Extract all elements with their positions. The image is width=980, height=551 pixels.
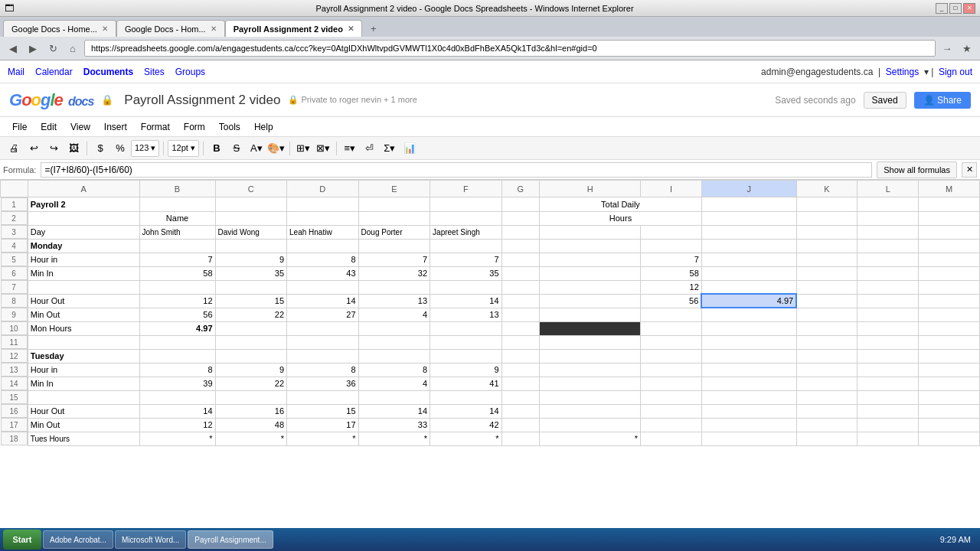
cell-k9[interactable] <box>796 308 858 321</box>
cell-e2[interactable] <box>358 211 430 225</box>
cell-i3[interactable] <box>641 225 702 239</box>
cell-c5[interactable]: 9 <box>215 253 287 266</box>
cell-e15[interactable] <box>358 390 430 404</box>
saved-button[interactable]: Saved <box>864 92 906 109</box>
redo-btn[interactable]: ↪ <box>44 139 63 158</box>
cell-d7[interactable] <box>287 280 359 294</box>
cell-k17[interactable] <box>796 418 858 432</box>
cell-b6[interactable]: 58 <box>139 266 215 280</box>
cell-b7[interactable] <box>139 280 215 294</box>
cell-d2[interactable] <box>287 211 359 225</box>
cell-m17[interactable] <box>919 418 980 432</box>
cell-k1[interactable] <box>796 197 858 212</box>
cell-c7[interactable] <box>215 280 287 294</box>
cell-e17[interactable]: 33 <box>358 418 430 432</box>
cell-l16[interactable] <box>858 404 919 418</box>
cell-e5[interactable]: 7 <box>358 253 430 266</box>
cell-f12[interactable] <box>430 349 502 363</box>
cell-j4[interactable] <box>701 239 796 253</box>
menu-tools[interactable]: Tools <box>213 120 247 134</box>
cell-k3[interactable] <box>796 225 858 239</box>
cell-f16[interactable]: 14 <box>430 404 502 418</box>
cell-l5[interactable] <box>858 253 919 266</box>
wrap-btn[interactable]: ⏎ <box>361 139 379 158</box>
cell-m8[interactable] <box>919 294 980 308</box>
cell-h4[interactable] <box>540 239 641 253</box>
cell-a4[interactable]: Monday <box>28 239 139 253</box>
cell-f15[interactable] <box>430 390 502 404</box>
cell-b8[interactable]: 12 <box>139 294 215 308</box>
cell-m4[interactable] <box>919 239 980 253</box>
cell-a6[interactable]: Min In <box>28 266 139 280</box>
menu-edit[interactable]: Edit <box>34 120 63 134</box>
refresh-btn[interactable]: ↻ <box>44 40 61 57</box>
cell-i12[interactable] <box>641 349 702 363</box>
cell-a11[interactable] <box>28 335 139 349</box>
doc-title[interactable]: Payroll Assignment 2 video <box>124 93 280 108</box>
cell-j7[interactable] <box>701 280 796 294</box>
cell-g9[interactable] <box>501 308 540 321</box>
cell-a2[interactable] <box>28 211 139 225</box>
cell-i5[interactable]: 7 <box>641 253 702 266</box>
cell-g18[interactable] <box>501 432 540 445</box>
cell-e18[interactable]: * <box>358 432 430 445</box>
cell-a18[interactable]: Tues Hours <box>28 432 139 445</box>
col-header-c[interactable]: C <box>215 181 287 197</box>
minimize-btn[interactable]: _ <box>936 3 948 14</box>
cell-j1[interactable] <box>701 197 796 212</box>
chart-btn[interactable]: 📊 <box>400 139 419 158</box>
cell-c13[interactable]: 9 <box>215 363 287 377</box>
cell-l6[interactable] <box>858 266 919 280</box>
tab-1-close[interactable]: ✕ <box>211 24 217 33</box>
cell-g12[interactable] <box>501 349 540 363</box>
cell-d17[interactable]: 17 <box>287 418 359 432</box>
nav-calendar[interactable]: Calendar <box>35 67 73 77</box>
cell-a16[interactable]: Hour Out <box>28 404 139 418</box>
cell-c14[interactable]: 22 <box>215 377 287 390</box>
cell-a9[interactable]: Min Out <box>28 308 139 321</box>
cell-c8[interactable]: 15 <box>215 294 287 308</box>
cell-i15[interactable] <box>641 390 702 404</box>
cell-f18[interactable]: * <box>430 432 502 445</box>
cell-a17[interactable]: Min Out <box>28 418 139 432</box>
address-bar[interactable]: https://spreadsheets.google.com/a/engage… <box>84 40 936 57</box>
cell-f6[interactable]: 35 <box>430 266 502 280</box>
col-header-j[interactable]: J <box>701 181 796 197</box>
menu-view[interactable]: View <box>64 120 96 134</box>
cell-m11[interactable] <box>919 335 980 349</box>
cell-g4[interactable] <box>501 239 540 253</box>
cell-d4[interactable] <box>287 239 359 253</box>
cell-h3[interactable] <box>540 225 641 239</box>
col-header-f[interactable]: F <box>430 181 502 197</box>
go-btn[interactable]: → <box>939 40 956 57</box>
cell-f4[interactable] <box>430 239 502 253</box>
cell-g13[interactable] <box>501 363 540 377</box>
cell-d16[interactable]: 15 <box>287 404 359 418</box>
cell-l12[interactable] <box>858 349 919 363</box>
cell-f5[interactable]: 7 <box>430 253 502 266</box>
cell-k14[interactable] <box>796 377 858 390</box>
cell-e7[interactable] <box>358 280 430 294</box>
cell-c16[interactable]: 16 <box>215 404 287 418</box>
cell-l18[interactable] <box>858 432 919 445</box>
cell-j14[interactable] <box>701 377 796 390</box>
taskbar-item-1[interactable]: Microsoft Word... <box>115 530 186 549</box>
cell-j6[interactable] <box>701 266 796 280</box>
cell-b15[interactable] <box>139 390 215 404</box>
cell-h14[interactable] <box>540 377 641 390</box>
cell-c4[interactable] <box>215 239 287 253</box>
cell-h8[interactable] <box>540 294 641 308</box>
cell-e3[interactable]: Doug Porter <box>358 225 430 239</box>
formula-input[interactable]: =(I7+I8/60)-(I5+I6/60) <box>41 162 872 178</box>
col-header-e[interactable]: E <box>358 181 430 197</box>
cell-h7[interactable] <box>540 280 641 294</box>
cell-m9[interactable] <box>919 308 980 321</box>
cell-f2[interactable] <box>430 211 502 225</box>
cell-b13[interactable]: 8 <box>139 363 215 377</box>
signout-link[interactable]: Sign out <box>939 67 972 77</box>
cell-l7[interactable] <box>858 280 919 294</box>
cell-a12[interactable]: Tuesday <box>28 349 139 363</box>
cell-k6[interactable] <box>796 266 858 280</box>
currency-btn[interactable]: $ <box>91 139 109 158</box>
image-btn[interactable]: 🖼 <box>64 139 83 158</box>
